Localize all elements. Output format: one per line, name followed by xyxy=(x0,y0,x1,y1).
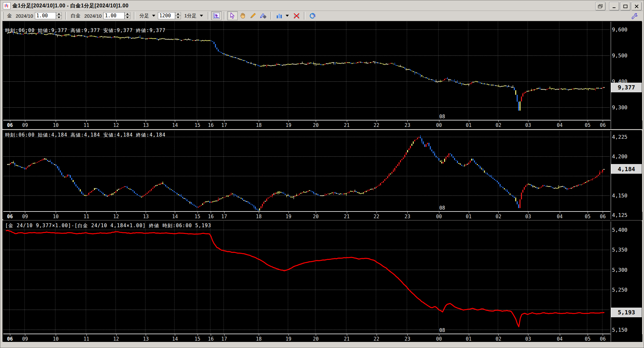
x-axis-label: 15 xyxy=(195,214,200,220)
x-axis-label: 19 xyxy=(286,122,291,128)
gold-last-price-box: 9,377 xyxy=(611,83,642,92)
x-axis-label: 00 xyxy=(436,336,442,342)
x-tick xyxy=(86,334,87,336)
y-axis-label: 5,250 xyxy=(612,287,627,293)
x-axis-label: 01 xyxy=(466,336,472,342)
x-axis-label: 21 xyxy=(344,214,350,220)
refresh-icon[interactable]: R xyxy=(307,11,318,20)
x-axis-label: 20 xyxy=(313,336,319,342)
toolbar-grip[interactable] xyxy=(2,12,4,20)
chevron-down-icon[interactable] xyxy=(152,15,155,17)
x-tick xyxy=(175,120,175,122)
separator xyxy=(224,12,225,20)
x-axis-label: 18 xyxy=(256,122,262,128)
x-tick xyxy=(528,120,528,122)
minimize-button[interactable] xyxy=(609,2,619,11)
x-axis-label: 13 xyxy=(143,336,149,342)
x-tick xyxy=(560,334,560,336)
title-bar[interactable]: 金1分足[2024/10]1.00 - 白金1分足[2024/10]1.00 xyxy=(1,1,643,11)
platinum-multiplier-input[interactable] xyxy=(103,12,125,19)
marker-crosshair-icon[interactable] xyxy=(258,11,268,20)
chevron-down-icon[interactable] xyxy=(286,15,289,17)
gold-multiplier-input[interactable] xyxy=(35,12,56,19)
maximize-button[interactable] xyxy=(620,2,631,11)
float-window-button[interactable] xyxy=(595,2,606,11)
bar-count-input[interactable] xyxy=(158,12,175,19)
x-tick xyxy=(224,120,224,122)
x-axis-label: 03 xyxy=(525,214,531,220)
x-tick xyxy=(289,120,289,122)
spread-chart-panel: [金 24/10 9,377×1.00]-[白金 24/10 4,184×1.0… xyxy=(2,220,642,342)
gold-info-line: 時刻:06:00 始値:9,377 高値:9,377 安値:9,377 終値:9… xyxy=(5,28,166,34)
chevron-down-icon[interactable] xyxy=(200,15,203,17)
wrench-icon[interactable] xyxy=(630,12,640,21)
x-tick xyxy=(211,334,211,336)
x-axis-label: 06 xyxy=(7,336,13,342)
platinum-month[interactable]: 2024/10 xyxy=(84,13,102,19)
x-tick xyxy=(116,334,117,336)
platinum-x-axis[interactable]: 0609101112131415161718192021222300010203… xyxy=(3,211,642,220)
y-axis-label: 9,500 xyxy=(612,53,627,59)
platinum-plot[interactable] xyxy=(3,131,610,211)
x-tick xyxy=(175,212,175,213)
close-button[interactable] xyxy=(632,2,642,11)
gold-month[interactable]: 2024/10 xyxy=(16,13,33,19)
spread-series xyxy=(6,230,604,327)
gold-plot[interactable] xyxy=(3,22,610,120)
x-axis-label: 18 xyxy=(256,214,262,220)
x-axis-label: 17 xyxy=(221,214,227,220)
x-axis-label: 02 xyxy=(495,122,501,128)
bar-count-spinner[interactable] xyxy=(175,12,181,19)
window-title: 金1分足[2024/10]1.00 - 白金1分足[2024/10]1.00 xyxy=(12,3,128,9)
x-tick xyxy=(528,334,528,336)
chart-columns-icon[interactable] xyxy=(274,11,284,20)
x-axis-label: 21 xyxy=(344,122,350,128)
bar-type-dropdown[interactable]: 分足 xyxy=(139,13,149,19)
x-tick xyxy=(469,334,469,336)
platinum-date-marker: 08 xyxy=(439,205,445,211)
hand-icon[interactable] xyxy=(238,11,248,20)
gold-x-axis[interactable]: 0609101112131415161718192021222300010203… xyxy=(3,120,642,129)
spread-x-axis[interactable]: 0609101112131415161718192021222300010203… xyxy=(3,334,642,343)
separator xyxy=(271,12,272,20)
chart-columns-off-icon[interactable] xyxy=(291,11,302,20)
x-axis-label: 03 xyxy=(525,122,531,128)
spread-date-marker: 08 xyxy=(439,327,445,333)
separator xyxy=(65,12,67,20)
x-axis-label: 06 xyxy=(7,214,13,220)
x-tick xyxy=(25,120,25,122)
x-tick xyxy=(146,334,146,336)
spread-plot[interactable] xyxy=(3,221,610,334)
gold-multiplier-spinner[interactable] xyxy=(56,12,62,19)
gold-y-axis[interactable]: 9,6009,5009,4009,3009,377 xyxy=(611,22,642,129)
x-axis-label: 19 xyxy=(286,214,291,220)
x-tick xyxy=(588,334,588,336)
x-tick xyxy=(560,120,560,122)
x-tick xyxy=(10,120,10,122)
x-tick xyxy=(10,334,10,336)
x-tick xyxy=(289,212,289,213)
cursor-icon[interactable] xyxy=(227,11,238,20)
platinum-y-axis[interactable]: 4,2254,2004,1504,1254,184 xyxy=(611,131,642,219)
platinum-chart-panel: 時刻:06:00 始値:4,184 高値:4,184 安値:4,184 終値:4… xyxy=(2,130,642,220)
pencil-icon[interactable] xyxy=(248,11,258,20)
x-tick xyxy=(377,334,377,336)
y-axis-label: 9,600 xyxy=(612,27,627,33)
x-axis-label: 10 xyxy=(53,122,59,128)
x-tick xyxy=(56,212,56,213)
x-tick xyxy=(316,334,316,336)
x-axis-label: 16 xyxy=(208,122,214,128)
chart-select-icon[interactable] xyxy=(211,11,222,20)
x-tick xyxy=(116,120,117,122)
gold-date-marker: 08 xyxy=(439,114,445,120)
x-axis-label: 23 xyxy=(404,214,410,220)
platinum-multiplier-spinner[interactable] xyxy=(125,12,130,19)
x-axis-label: 02 xyxy=(495,336,501,342)
x-tick xyxy=(116,212,117,213)
x-tick xyxy=(347,334,347,336)
x-axis-label: 15 xyxy=(195,122,200,128)
spread-y-axis[interactable]: 5,4005,3505,3005,2505,2005,1505,193 xyxy=(611,221,642,342)
y-axis-label: 4,200 xyxy=(612,153,627,160)
platinum-info-line: 時刻:06:00 始値:4,184 高値:4,184 安値:4,184 終値:4… xyxy=(5,132,166,138)
interval-dropdown[interactable]: 1分足 xyxy=(184,13,196,19)
